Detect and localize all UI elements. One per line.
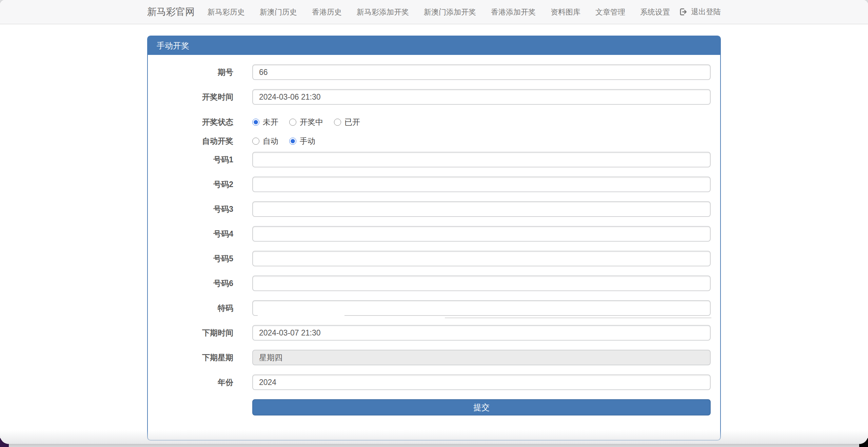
- number-1-input[interactable]: [252, 152, 711, 167]
- auto-draw-radio-1[interactable]: [289, 138, 296, 145]
- nav-menu-item: 系统设置: [633, 0, 677, 24]
- nav-item-0[interactable]: 新马彩历史: [200, 0, 252, 24]
- field-input-wrap-issue-number: [252, 64, 711, 80]
- main-content: 手动开奖 期号开奖时间开奖状态未开开奖中已开自动开奖自动手动号码1号码2号码3号…: [147, 36, 721, 441]
- draw-status-option-2[interactable]: 已开: [334, 117, 360, 127]
- field-input-wrap-number-2: [252, 177, 711, 192]
- issue-number-input[interactable]: [252, 64, 711, 80]
- field-label-next-draw-time: 下期时间: [157, 325, 252, 341]
- nav-item-2[interactable]: 香港历史: [304, 0, 349, 24]
- field-label-special-number: 特码: [157, 300, 252, 316]
- nav-item-3[interactable]: 新马彩添加开奖: [349, 0, 416, 24]
- form-row-special-number: 特码: [157, 300, 711, 316]
- field-input-wrap-number-1: [252, 152, 711, 167]
- field-input-wrap-next-draw-time: [252, 325, 711, 341]
- form-row-number-2: 号码2: [157, 177, 711, 192]
- number-3-input[interactable]: [252, 201, 711, 217]
- form-row-draw-status: 开奖状态未开开奖中已开: [157, 114, 711, 127]
- number-6-input[interactable]: [252, 276, 711, 291]
- nav-menu-item: 新马彩添加开奖: [349, 0, 416, 24]
- nav-menu-item: 资料图库: [543, 0, 588, 24]
- field-label-number-4: 号码4: [157, 226, 252, 242]
- field-input-wrap-number-6: [252, 276, 711, 291]
- nav-menu-item: 新澳门历史: [252, 0, 304, 24]
- browser-window: 新马彩官网 新马彩历史新澳门历史香港历史新马彩添加开奖新澳门添加开奖香港添加开奖…: [0, 0, 868, 444]
- form-row-submit: 提交: [157, 399, 711, 415]
- auto-draw-option-label-0: 自动: [263, 136, 278, 146]
- number-2-input[interactable]: [252, 177, 711, 192]
- auto-draw-option-label-1: 手动: [300, 136, 315, 146]
- number-4-input[interactable]: [252, 226, 711, 242]
- auto-draw-option-0[interactable]: 自动: [252, 136, 278, 146]
- field-label-number-3: 号码3: [157, 201, 252, 217]
- logout-label: 退出登陆: [691, 7, 721, 17]
- field-label-number-1: 号码1: [157, 152, 252, 167]
- form-row-number-6: 号码6: [157, 276, 711, 291]
- field-input-wrap-number-3: [252, 201, 711, 217]
- draw-status-radio-2[interactable]: [334, 119, 341, 126]
- draw-status-option-label-1: 开奖中: [300, 117, 323, 127]
- auto-draw-option-1[interactable]: 手动: [289, 136, 315, 146]
- field-input-wrap-draw-time: [252, 89, 711, 105]
- field-label-number-2: 号码2: [157, 177, 252, 192]
- field-label-draw-status: 开奖状态: [157, 117, 252, 127]
- draw-status-option-label-2: 已开: [344, 117, 360, 127]
- manual-draw-form: 期号开奖时间开奖状态未开开奖中已开自动开奖自动手动号码1号码2号码3号码4号码5…: [148, 55, 720, 440]
- auto-draw-radio-group: 自动手动: [252, 136, 711, 146]
- nav-item-8[interactable]: 系统设置: [633, 0, 677, 24]
- nav-item-4[interactable]: 新澳门添加开奖: [416, 0, 484, 24]
- navbar-container: 新马彩官网 新马彩历史新澳门历史香港历史新马彩添加开奖新澳门添加开奖香港添加开奖…: [147, 0, 721, 24]
- next-draw-time-input[interactable]: [252, 325, 711, 341]
- nav-item-5[interactable]: 香港添加开奖: [484, 0, 543, 24]
- field-label-issue-number: 期号: [157, 64, 252, 80]
- draw-status-radio-0[interactable]: [252, 119, 259, 126]
- desktop-bottom-strip: [9, 444, 859, 447]
- draw-status-option-0[interactable]: 未开: [252, 117, 278, 127]
- field-input-wrap-number-4: [252, 226, 711, 242]
- field-label-number-6: 号码6: [157, 276, 252, 291]
- draw-status-option-1[interactable]: 开奖中: [289, 117, 323, 127]
- nav-menu: 新马彩历史新澳门历史香港历史新马彩添加开奖新澳门添加开奖香港添加开奖资料图库文章…: [200, 0, 677, 24]
- special-number-input[interactable]: [252, 300, 711, 316]
- logout-link[interactable]: 退出登陆: [679, 7, 721, 17]
- form-row-number-4: 号码4: [157, 226, 711, 242]
- nav-item-1[interactable]: 新澳门历史: [252, 0, 304, 24]
- field-label-number-5: 号码5: [157, 251, 252, 266]
- next-weekday-input: [252, 350, 711, 365]
- field-input-wrap-year: [252, 374, 711, 390]
- form-row-draw-time: 开奖时间: [157, 89, 711, 105]
- nav-menu-item: 香港历史: [304, 0, 349, 24]
- draw-status-option-label-0: 未开: [263, 117, 278, 127]
- auto-draw-radio-0[interactable]: [252, 138, 259, 145]
- field-input-wrap-auto-draw: 自动手动: [252, 136, 711, 146]
- nav-item-7[interactable]: 文章管理: [588, 0, 633, 24]
- submit-wrap: 提交: [252, 399, 711, 415]
- field-label-year: 年份: [157, 374, 252, 390]
- nav-menu-item: 新马彩历史: [200, 0, 252, 24]
- form-row-next-weekday: 下期星期: [157, 350, 711, 365]
- form-row-number-3: 号码3: [157, 201, 711, 217]
- draw-status-radio-1[interactable]: [289, 119, 296, 126]
- year-input[interactable]: [252, 374, 711, 390]
- field-input-wrap-special-number: [252, 300, 711, 316]
- field-input-wrap-draw-status: 未开开奖中已开: [252, 117, 711, 127]
- nav-item-6[interactable]: 资料图库: [543, 0, 588, 24]
- form-row-number-1: 号码1: [157, 152, 711, 167]
- form-row-next-draw-time: 下期时间: [157, 325, 711, 341]
- sign-out-icon: [679, 7, 688, 16]
- draw-time-input[interactable]: [252, 89, 711, 105]
- nav-menu-item: 文章管理: [588, 0, 633, 24]
- manual-draw-panel: 手动开奖 期号开奖时间开奖状态未开开奖中已开自动开奖自动手动号码1号码2号码3号…: [147, 36, 721, 441]
- brand-link[interactable]: 新马彩官网: [147, 5, 195, 18]
- form-row-auto-draw: 自动开奖自动手动: [157, 133, 711, 146]
- field-label-auto-draw: 自动开奖: [157, 136, 252, 146]
- submit-row-spacer: [157, 399, 252, 415]
- submit-button[interactable]: 提交: [252, 399, 711, 415]
- number-5-input[interactable]: [252, 251, 711, 266]
- form-row-number-5: 号码5: [157, 251, 711, 266]
- field-label-next-weekday: 下期星期: [157, 350, 252, 365]
- draw-status-radio-group: 未开开奖中已开: [252, 117, 711, 127]
- top-navbar: 新马彩官网 新马彩历史新澳门历史香港历史新马彩添加开奖新澳门添加开奖香港添加开奖…: [0, 0, 868, 24]
- panel-header-title: 手动开奖: [148, 36, 720, 55]
- nav-menu-item: 香港添加开奖: [484, 0, 543, 24]
